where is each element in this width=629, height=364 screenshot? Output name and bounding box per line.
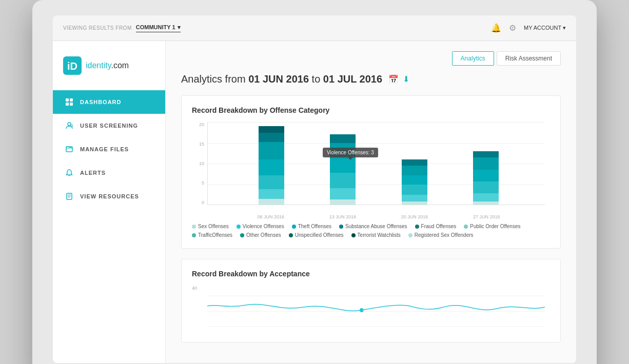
tab-analytics[interactable]: Analytics <box>452 51 494 66</box>
bar-seg <box>259 199 284 205</box>
y-label-20: 20 <box>199 122 204 127</box>
bar-seg <box>330 188 356 199</box>
legend-terrorist: Terrorist Watchlists <box>351 232 401 238</box>
date-from: 01 JUN 2016 <box>248 73 309 85</box>
y-axis-line <box>207 122 208 205</box>
bar-seg <box>402 185 427 195</box>
top-bar: VIEWING RESULTS FROM COMMUNITY 1 ▾ 🔔 ⚙ M… <box>53 15 576 41</box>
legend-dot-theft <box>292 225 296 229</box>
bar-seg <box>473 181 499 193</box>
sidebar-item-user-screening[interactable]: USER SCREENING <box>53 114 165 137</box>
legend-dot-unspecified <box>289 233 293 237</box>
dashboard-icon <box>65 97 74 107</box>
tab-risk-assessment[interactable]: Risk Assessment <box>497 51 561 66</box>
bar-group-1 <box>259 126 284 205</box>
my-account-menu[interactable]: MY ACCOUNT ▾ <box>524 25 566 31</box>
manage-files-icon <box>65 145 74 154</box>
x-label-2: 13 JUN 2016 <box>329 214 357 219</box>
analytics-prefix: Analytics from <box>181 73 248 85</box>
tooltip-arrow <box>348 157 353 160</box>
svg-rect-5 <box>70 103 73 106</box>
laptop-container: VIEWING RESULTS FROM COMMUNITY 1 ▾ 🔔 ⚙ M… <box>32 0 597 364</box>
y-label-10: 10 <box>199 161 204 166</box>
legend-substance-abuse: Substance Abuse Offenses <box>339 224 407 229</box>
bar-seg <box>330 158 356 173</box>
calendar-icon[interactable]: 📅 <box>388 74 399 84</box>
legend-label-sex: Sex Offenses <box>198 224 229 229</box>
bars-area <box>212 122 545 205</box>
gear-icon[interactable]: ⚙ <box>509 23 516 33</box>
x-label-4: 27 JUN 2016 <box>473 214 500 219</box>
logo-icon: iD <box>63 56 82 75</box>
svg-point-6 <box>68 123 71 126</box>
community-name: COMMUNITY 1 <box>136 24 175 30</box>
analytics-between: to <box>309 73 323 85</box>
community-select[interactable]: COMMUNITY 1 ▾ <box>136 24 181 32</box>
top-bar-right: 🔔 ⚙ MY ACCOUNT ▾ <box>491 23 566 33</box>
bar-seg <box>259 133 284 142</box>
bar-seg <box>402 195 427 201</box>
chevron-down-icon: ▾ <box>178 24 181 31</box>
bar-seg <box>330 134 356 143</box>
bar-seg <box>473 151 499 158</box>
legend-label-theft: Theft Offenses <box>298 224 331 229</box>
sidebar: iD identity.com DA <box>53 41 166 363</box>
analytics-header: Analytics from 01 JUN 2016 to 01 JUL 201… <box>181 73 561 85</box>
line-chart-y-label: 40 <box>192 286 197 291</box>
legend-label-violence: Violence Offenses <box>243 224 284 229</box>
bar-seg <box>259 159 284 175</box>
line-data-point <box>360 308 364 312</box>
bar-seg <box>473 157 499 169</box>
sidebar-item-view-resources[interactable]: VIEW RESOURCES <box>53 185 165 208</box>
chart-acceptance: Record Breakdown by Acceptance 40 <box>181 259 561 342</box>
legend-other: Other Offenses <box>240 232 281 238</box>
tab-bar: Analytics Risk Assessment <box>181 51 561 66</box>
user-screening-icon <box>65 121 74 130</box>
svg-rect-4 <box>66 103 69 106</box>
legend-dot-substance <box>339 225 343 229</box>
legend-unspecified: Unspecified Offenses <box>289 232 344 238</box>
legend-label-other: Other Offenses <box>246 232 281 238</box>
chart1-legend: Sex Offenses Violence Offenses Theft Off… <box>192 224 550 238</box>
sidebar-item-dashboard[interactable]: DASHBOARD <box>53 90 165 114</box>
bar-seg <box>402 201 427 205</box>
main-layout: iD identity.com DA <box>53 41 576 363</box>
bell-icon[interactable]: 🔔 <box>491 23 501 33</box>
bar-seg <box>259 142 284 159</box>
x-label-1: 06 JUN 2016 <box>258 214 285 219</box>
view-resources-label: VIEW RESOURCES <box>80 193 139 199</box>
y-label-0: 0 <box>202 200 204 205</box>
chart2-title: Record Breakdown by Acceptance <box>192 270 550 278</box>
legend-label-public: Public Order Offenses <box>470 224 520 229</box>
bar-seg <box>473 193 499 201</box>
bar-seg <box>259 189 284 198</box>
date-to: 01 JUL 2016 <box>323 73 382 85</box>
legend-label-unspecified: Unspecified Offenses <box>295 232 344 238</box>
legend-label-substance: Substance Abuse Offenses <box>345 224 407 229</box>
download-icon[interactable]: ⬇ <box>403 74 409 84</box>
legend-label-traffic: TrafficOffenses <box>198 232 232 238</box>
y-label-5: 5 <box>202 180 204 186</box>
manage-files-label: MANAGE FILES <box>80 146 129 152</box>
svg-text:iD: iD <box>67 60 77 72</box>
bar-seg <box>330 173 356 188</box>
logo-area: iD identity.com <box>53 51 165 90</box>
legend-dot-other <box>240 233 244 237</box>
legend-label-terrorist: Terrorist Watchlists <box>358 232 401 238</box>
sidebar-item-alerts[interactable]: ALERTS <box>53 161 165 185</box>
y-axis: 20 15 10 5 0 <box>192 122 206 205</box>
x-label-3: 20 JUN 2016 <box>401 214 428 219</box>
bar-group-3 <box>402 159 427 205</box>
logo-text: identity.com <box>86 61 129 70</box>
legend-label-registered-sex: Registered Sex Offenders <box>415 232 474 238</box>
bar-seg <box>402 175 427 185</box>
sidebar-item-manage-files[interactable]: MANAGE FILES <box>53 137 165 161</box>
bar-seg <box>473 170 499 181</box>
bar-seg <box>330 199 356 205</box>
dashboard-label: DASHBOARD <box>80 99 122 105</box>
bar-chart-container: 20 15 10 5 0 <box>192 122 550 219</box>
legend-dot-registered-sex <box>408 233 412 237</box>
line-chart-svg <box>207 286 545 332</box>
content-area: Analytics Risk Assessment Analytics from… <box>166 41 576 363</box>
analytics-title: Analytics from 01 JUN 2016 to 01 JUL 201… <box>181 73 382 85</box>
